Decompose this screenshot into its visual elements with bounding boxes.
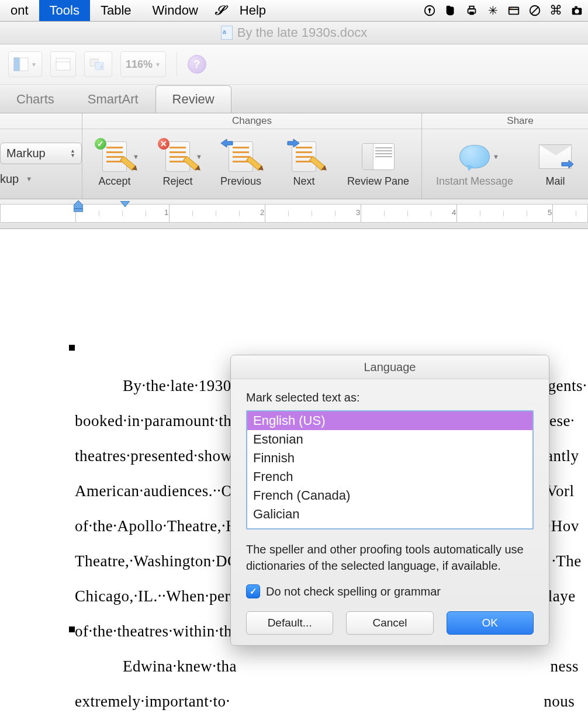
svg-rect-4 (469, 6, 473, 9)
accept-button[interactable]: ✓▼ Accept (88, 140, 141, 188)
group-label-changes: Changes (82, 113, 421, 129)
instant-message-button[interactable]: ▼ Instant Message (428, 140, 521, 188)
command-icon[interactable]: ⌘ (549, 4, 562, 17)
printer-icon[interactable] (465, 4, 478, 17)
quick-toolbar: ▼ ♪ 116%▼ ? (0, 44, 588, 85)
ruler-mark-1: 1 (164, 208, 168, 217)
mac-menubar: ont Tools Table Window 𝒮 Help ✳ ⌘ (0, 0, 588, 22)
document-icon (221, 26, 233, 40)
menu-item-help[interactable]: Help (229, 0, 276, 21)
language-listbox[interactable]: English (US) Estonian Finnish French Fre… (246, 410, 534, 529)
left-indent-marker[interactable] (74, 199, 83, 212)
chevron-down-icon: ▼ (31, 61, 37, 68)
language-option-french-canada[interactable]: French (Canada) (247, 486, 532, 505)
instant-message-label: Instant Message (436, 175, 513, 188)
default-button[interactable]: Default... (246, 611, 333, 635)
chevron-down-icon: ▼ (26, 175, 32, 182)
layout-button[interactable] (50, 51, 76, 77)
tab-review[interactable]: Review (155, 85, 231, 113)
paragraph-bullet (69, 345, 75, 351)
zoom-selector[interactable]: 116%▼ (120, 51, 166, 77)
svg-rect-5 (469, 12, 473, 15)
menu-item-script[interactable]: 𝒮 (209, 0, 229, 21)
video-icon[interactable] (507, 4, 520, 17)
stepper-icon: ▲▼ (70, 148, 75, 158)
dialog-info-text: The speller and other proofing tools aut… (246, 541, 534, 574)
evernote-icon[interactable] (444, 4, 457, 17)
horizontal-ruler[interactable]: 1 2 3 4 5 (0, 199, 588, 229)
ribbon-group-markup: Markup ▲▼ kup ▼ (0, 113, 82, 199)
group-label-markup (0, 113, 82, 129)
svg-point-12 (575, 9, 579, 13)
x-icon: ✕ (158, 138, 170, 150)
ruler-mark-4: 4 (452, 208, 456, 217)
menu-item-tools[interactable]: Tools (39, 0, 90, 21)
svg-point-7 (510, 8, 511, 9)
language-option-estonian[interactable]: Estonian (247, 430, 532, 449)
review-pane-button[interactable]: Review Pane (341, 140, 416, 188)
mail-button[interactable]: Mail (532, 140, 579, 188)
language-option-galician[interactable]: Galician (247, 505, 532, 524)
language-option-finnish[interactable]: Finnish (247, 449, 532, 468)
paragraph-bullet (69, 626, 75, 632)
keychain-icon[interactable] (423, 4, 436, 17)
svg-point-8 (511, 8, 513, 9)
accept-label: Accept (98, 175, 130, 188)
first-line-indent-marker[interactable] (120, 200, 130, 210)
checkbox-label: Do not check spelling or grammar (266, 585, 441, 598)
svg-rect-14 (14, 58, 19, 71)
menu-item-table[interactable]: Table (90, 0, 142, 21)
language-option-english-us[interactable]: English (US) (247, 411, 532, 430)
mark-selected-label: Mark selected text as: (246, 391, 534, 404)
svg-rect-21 (74, 209, 83, 212)
svg-rect-15 (20, 58, 28, 71)
arrow-right-icon (286, 138, 300, 148)
chevron-down-icon: ▼ (155, 61, 161, 68)
markup-selector[interactable]: Markup ▲▼ (0, 143, 82, 164)
language-dialog: Language Mark selected text as: English … (230, 355, 549, 646)
checkbox-checked-icon[interactable]: ✓ (246, 584, 260, 598)
previous-button[interactable]: Previous (215, 140, 267, 188)
ribbon-group-changes: Changes ✓▼ Accept ✕▼ Reject Previous Nex… (82, 113, 422, 199)
menu-item-window[interactable]: Window (142, 0, 209, 21)
document-filename: By the late 1930s.docx (237, 25, 368, 40)
media-button[interactable]: ♪ (84, 51, 112, 77)
svg-rect-2 (429, 11, 430, 13)
kup-label: kup (0, 172, 19, 186)
markup-kup-selector[interactable]: kup ▼ (0, 172, 32, 186)
sidebar-toggle-button[interactable]: ▼ (8, 51, 42, 77)
next-button[interactable]: Next (278, 140, 330, 188)
ok-button[interactable]: OK (447, 611, 534, 635)
chevron-down-icon: ▼ (133, 153, 139, 160)
svg-text:♪: ♪ (100, 63, 103, 70)
envelope-icon (539, 144, 572, 169)
chevron-down-icon: ▼ (196, 153, 202, 160)
camera-icon[interactable] (570, 4, 583, 17)
speech-bubble-icon (459, 145, 490, 168)
ruler-mark-3: 3 (356, 208, 360, 217)
menubar-status-icons: ✳ ⌘ (423, 0, 588, 21)
mail-label: Mail (545, 175, 565, 188)
checkmark-icon: ✓ (95, 138, 106, 150)
svg-line-10 (531, 7, 539, 15)
ribbon-tabs: Charts SmartArt Review (0, 85, 588, 113)
tab-charts[interactable]: Charts (0, 86, 71, 113)
help-button[interactable]: ? (188, 55, 206, 74)
language-option-french[interactable]: French (247, 468, 532, 486)
ribbon: Markup ▲▼ kup ▼ Changes ✓▼ Accept ✕▼ Rej… (0, 113, 588, 199)
toolbar-separator (177, 52, 177, 77)
menu-item-font[interactable]: ont (0, 0, 39, 21)
ribbon-group-share: Share ▼ Instant Message Mail Bl (422, 113, 588, 199)
tab-smartart[interactable]: SmartArt (71, 86, 155, 113)
nosign-icon[interactable] (528, 4, 541, 17)
svg-rect-13 (575, 6, 577, 8)
reject-button[interactable]: ✕▼ Reject (151, 140, 204, 188)
previous-label: Previous (220, 175, 261, 188)
do-not-check-row[interactable]: ✓ Do not check spelling or grammar (246, 584, 534, 598)
brightness-icon[interactable]: ✳ (486, 4, 499, 17)
group-label-share: Share (422, 113, 588, 129)
ruler-mark-2: 2 (260, 208, 264, 217)
language-option-german[interactable]: German (247, 524, 532, 529)
cancel-button[interactable]: Cancel (346, 611, 433, 635)
next-label: Next (293, 175, 314, 188)
